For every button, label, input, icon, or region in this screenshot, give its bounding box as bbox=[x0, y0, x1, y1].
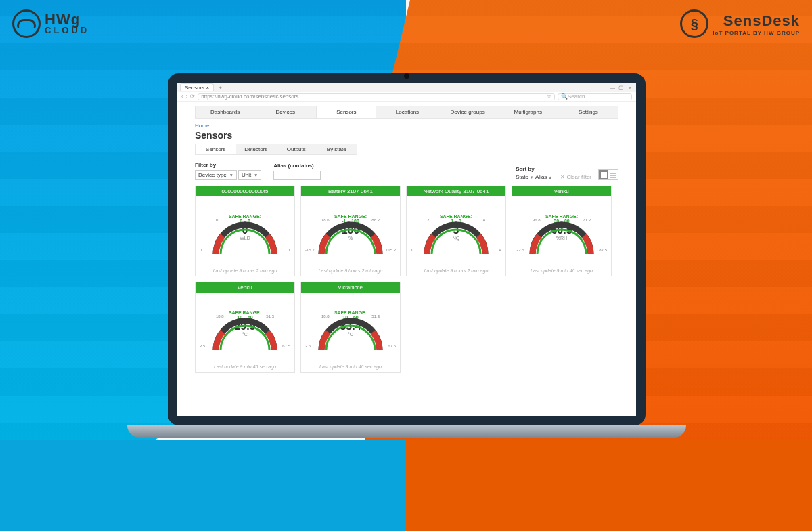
gauge-tick: 1 bbox=[272, 218, 274, 222]
main-nav-item[interactable]: Multigraphs bbox=[499, 106, 558, 118]
sub-nav: SensorsDetectorsOutputsBy state bbox=[195, 144, 357, 155]
sensor-name: v krabicce bbox=[301, 282, 400, 293]
sub-nav-item[interactable]: By state bbox=[317, 144, 357, 154]
main-nav-item[interactable]: Device groups bbox=[438, 106, 497, 118]
gauge-icon bbox=[208, 217, 282, 256]
laptop-mockup: Sensors × + — ▢ × ‹ › ⟳ https://hwg-clou… bbox=[168, 73, 646, 425]
main-nav: DashboardsDevicesSensorsLocationsDevice … bbox=[195, 106, 618, 119]
svg-rect-3 bbox=[604, 175, 607, 178]
breadcrumb[interactable]: Home bbox=[195, 119, 618, 130]
sensor-card[interactable]: Battery 3107-064118.688.2-15.2115.2SAFE … bbox=[300, 186, 401, 276]
sensor-name: Battery 3107-0641 bbox=[301, 186, 400, 196]
last-update: Last update 9 min 46 sec ago bbox=[196, 363, 294, 372]
sort-alias-button[interactable]: Alias ▲ bbox=[535, 174, 552, 180]
sensor-card[interactable]: venku18.851.32.567.5SAFE RANGE:10 – 6029… bbox=[195, 282, 295, 373]
sensor-grid: 00000000000000f50101SAFE RANGE:0 – 00WLD… bbox=[195, 186, 618, 373]
clear-filter-button[interactable]: ✕ Clear filter bbox=[560, 174, 591, 180]
gauge-tick: 18.8 bbox=[321, 314, 330, 318]
sortby-label: Sort by bbox=[516, 166, 552, 172]
gauge-tick: 4 bbox=[499, 248, 501, 252]
search-icon: 🔍 bbox=[561, 93, 568, 100]
floor bbox=[0, 440, 812, 531]
browser-window: Sensors × + — ▢ × ‹ › ⟳ https://hwg-clou… bbox=[177, 83, 636, 416]
gauge-tick: 115.2 bbox=[386, 248, 396, 252]
main-nav-item[interactable]: Locations bbox=[378, 106, 436, 118]
page-title: Sensors bbox=[195, 130, 618, 141]
cloud-icon bbox=[12, 9, 41, 38]
chevron-down-icon: ▼ bbox=[229, 173, 233, 177]
gauge-tick: 2 bbox=[427, 218, 429, 222]
browser-search-input[interactable]: 🔍 Search bbox=[558, 93, 632, 100]
sensor-card[interactable]: venku36.871.222.587.5SAFE RANGE:30 – 806… bbox=[512, 186, 612, 276]
gauge-tick: 2.5 bbox=[305, 344, 311, 348]
sensor-card[interactable]: 00000000000000f50101SAFE RANGE:0 – 00WLD… bbox=[195, 186, 295, 276]
sub-nav-item[interactable]: Outputs bbox=[276, 144, 317, 154]
sensor-card[interactable]: v krabicce18.851.32.567.5SAFE RANGE:10 –… bbox=[300, 282, 401, 373]
bookmark-star-icon[interactable]: ☆ bbox=[547, 93, 551, 100]
close-icon: ✕ bbox=[560, 174, 566, 180]
unit-select[interactable]: Unit ▼ bbox=[238, 170, 261, 180]
list-view-button[interactable] bbox=[608, 170, 618, 179]
browser-titlebar: Sensors × + — ▢ × bbox=[177, 83, 636, 92]
sort-state-button[interactable]: State ▼ bbox=[516, 174, 534, 180]
address-bar[interactable]: https://hwg-cloud.com/sensdesk/sensors ☆ bbox=[198, 93, 555, 100]
gauge-icon bbox=[313, 217, 388, 256]
sort-desc-icon: ▼ bbox=[530, 175, 534, 179]
gauge-tick: 22.5 bbox=[516, 248, 524, 252]
gauge-tick: 67.5 bbox=[388, 344, 396, 348]
window-minimize-button[interactable]: — bbox=[609, 85, 616, 91]
gauge-tick: 0 bbox=[200, 248, 202, 252]
gauge-tick: 51.3 bbox=[371, 314, 380, 318]
sensor-name: venku bbox=[512, 186, 611, 196]
gauge-icon bbox=[208, 313, 282, 352]
logo-hwg-cloud: HWg CLOUD bbox=[12, 9, 89, 38]
main-nav-item[interactable]: Sensors bbox=[316, 106, 376, 118]
list-icon bbox=[610, 172, 616, 178]
svg-rect-0 bbox=[601, 172, 604, 175]
new-tab-button[interactable]: + bbox=[216, 85, 225, 91]
view-toggle bbox=[598, 169, 618, 180]
device-type-select[interactable]: Device type ▼ bbox=[195, 170, 237, 180]
last-update: Last update 9 min 46 sec ago bbox=[512, 267, 611, 276]
filter-bar: Filter by Device type ▼ Unit ▼ Alias (co… bbox=[195, 162, 618, 180]
sensor-name: venku bbox=[196, 282, 294, 293]
window-maximize-button[interactable]: ▢ bbox=[618, 85, 625, 91]
gauge-tick: 51.3 bbox=[266, 314, 274, 318]
sensor-name: Network Quality 3107-0641 bbox=[407, 186, 505, 196]
gauge-tick: 18.6 bbox=[321, 218, 330, 222]
window-close-button[interactable]: × bbox=[627, 85, 633, 91]
chevron-down-icon: ▼ bbox=[254, 173, 258, 177]
gauge-tick: 1 bbox=[411, 248, 413, 252]
sub-nav-item[interactable]: Sensors bbox=[196, 144, 236, 154]
alias-label: Alias (contains) bbox=[273, 163, 321, 169]
sensor-card[interactable]: Network Quality 3107-06412414SAFE RANGE:… bbox=[406, 186, 506, 276]
gauge-tick: 2.5 bbox=[200, 344, 205, 348]
sub-nav-item[interactable]: Detectors bbox=[236, 144, 277, 154]
main-nav-item[interactable]: Devices bbox=[256, 106, 315, 118]
gauge-tick: -15.2 bbox=[305, 248, 315, 252]
gauge-tick: 18.8 bbox=[216, 314, 224, 318]
svg-rect-1 bbox=[604, 172, 607, 175]
gauge-icon bbox=[313, 313, 388, 352]
nav-back-button[interactable]: ‹ bbox=[181, 93, 183, 100]
alias-input[interactable] bbox=[273, 171, 321, 180]
svg-rect-4 bbox=[610, 173, 616, 174]
gauge-tick: 0 bbox=[216, 218, 218, 222]
gauge-tick: 36.8 bbox=[533, 218, 541, 222]
nav-reload-button[interactable]: ⟳ bbox=[190, 93, 195, 100]
browser-tab[interactable]: Sensors × bbox=[180, 83, 214, 91]
tab-title: Sensors bbox=[185, 85, 204, 91]
filterby-label: Filter by bbox=[195, 162, 261, 168]
nav-forward-button[interactable]: › bbox=[186, 93, 188, 100]
url-text: https://hwg-cloud.com/sensdesk/sensors bbox=[201, 93, 298, 100]
last-update: Last update 9 hours 2 min ago bbox=[301, 267, 400, 276]
gauge-tick: 1 bbox=[288, 248, 290, 252]
main-nav-item[interactable]: Dashboards bbox=[196, 106, 254, 118]
app-page: DashboardsDevicesSensorsLocationsDevice … bbox=[177, 102, 636, 379]
svg-rect-5 bbox=[610, 175, 616, 176]
gauge-tick: 4 bbox=[483, 218, 485, 222]
grid-view-button[interactable] bbox=[599, 170, 608, 179]
tab-close-icon[interactable]: × bbox=[206, 85, 210, 91]
main-nav-item[interactable]: Settings bbox=[559, 106, 618, 118]
browser-toolbar: ‹ › ⟳ https://hwg-cloud.com/sensdesk/sen… bbox=[177, 92, 636, 102]
